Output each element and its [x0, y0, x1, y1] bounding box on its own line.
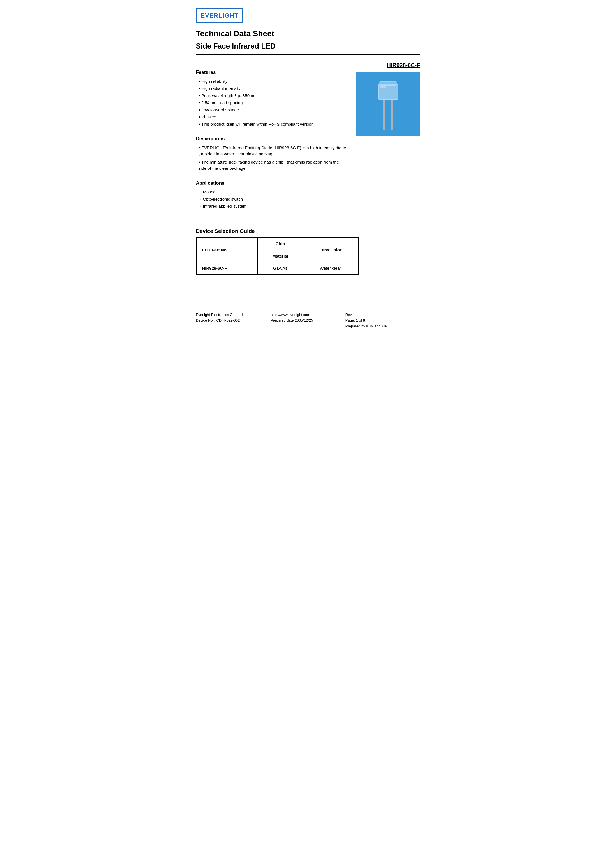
part-number: HIR928-6C-F — [356, 61, 420, 69]
applications-title: Applications — [196, 180, 347, 187]
list-item: Pb.Free — [199, 114, 347, 120]
footer-device-no: Device No：CDIH-092-002 — [196, 318, 271, 323]
descriptions-title: Descriptions — [196, 135, 347, 143]
table-header-chip-line1: Chip — [258, 238, 303, 250]
top-divider — [196, 54, 420, 55]
footer: Everlight Electronics Co., Ltd. Device N… — [196, 312, 420, 329]
footer-col-right: Rev 1 Page: 1 of 8 Prepared by:Kunjiang … — [346, 312, 420, 329]
list-item: Peak wavelength λ p=850nm — [199, 93, 347, 99]
table-header-row: LED Part No. Chip Lens Color — [196, 238, 358, 250]
list-item: 2.54mm Lead spacing — [199, 99, 347, 106]
list-item: High radiant intensity — [199, 85, 347, 92]
footer-col-left: Everlight Electronics Co., Ltd. Device N… — [196, 312, 271, 329]
features-section: Features High reliability High radiant i… — [196, 69, 347, 128]
footer-rev: Rev 1 — [346, 312, 420, 318]
doc-subtitle: Side Face Infrared LED — [196, 41, 420, 52]
table-header-lens: Lens Color — [303, 238, 358, 262]
left-content: Features High reliability High radiant i… — [196, 61, 356, 210]
descriptions-section: Descriptions EVERLIGHT's Infrared Emitti… — [196, 135, 347, 172]
list-item: EVERLIGHT's Infrared Emitting Diode (HIR… — [199, 145, 347, 158]
list-item: Optoelectronic switch — [199, 196, 347, 203]
list-item: Mouse — [199, 189, 347, 195]
list-item: This product itself will remain within R… — [199, 121, 347, 128]
svg-rect-2 — [383, 99, 385, 131]
table-cell-part-no: HIR928-6C-F — [196, 262, 258, 275]
device-selection-section: Device Selection Guide LED Part No. Chip… — [196, 227, 420, 275]
table-row: HIR928-6C-F GaAlAs Water clear — [196, 262, 358, 275]
svg-rect-4 — [380, 85, 386, 88]
svg-rect-3 — [391, 99, 393, 131]
led-svg — [371, 76, 405, 132]
list-item: Low forward voltage — [199, 107, 347, 113]
device-selection-table: LED Part No. Chip Lens Color Material HI… — [196, 237, 358, 275]
applications-section: Applications Mouse Optoelectronic switch… — [196, 180, 347, 210]
right-content: HIR928-6C-F — [356, 61, 420, 136]
table-header-chip-line2: Material — [258, 250, 303, 262]
applications-list: Mouse Optoelectronic switch Infrared app… — [196, 189, 347, 210]
device-selection-title: Device Selection Guide — [196, 227, 420, 235]
features-title: Features — [196, 69, 347, 76]
footer-prepared-by: Prepared by:Kunjiang Xie — [346, 323, 420, 329]
table-cell-lens: Water clear — [303, 262, 358, 275]
footer-prepared-date: Prepared date:2005/12/25 — [270, 318, 346, 323]
product-image — [356, 72, 420, 136]
features-list: High reliability High radiant intensity … — [196, 78, 347, 128]
logo-box: EVERLIGHT — [196, 8, 244, 23]
list-item: The miniature side- facing device has a … — [199, 159, 347, 172]
logo-text: EVERLIGHT — [201, 12, 239, 19]
list-item: High reliability — [199, 78, 347, 85]
bottom-divider — [196, 309, 420, 309]
svg-rect-1 — [380, 81, 396, 85]
doc-title: Technical Data Sheet — [196, 28, 420, 39]
footer-col-center: http:\\www.everlight.com Prepared date:2… — [270, 312, 346, 329]
desc-list: EVERLIGHT's Infrared Emitting Diode (HIR… — [196, 145, 347, 172]
footer-company: Everlight Electronics Co., Ltd. — [196, 312, 271, 318]
footer-page: Page: 1 of 8 — [346, 318, 420, 323]
footer-website: http:\\www.everlight.com — [270, 312, 346, 318]
list-item: Infrared applied system — [199, 203, 347, 210]
table-header-part-no: LED Part No. — [196, 238, 258, 262]
main-content: Features High reliability High radiant i… — [196, 61, 420, 210]
table-cell-chip: GaAlAs — [258, 262, 303, 275]
